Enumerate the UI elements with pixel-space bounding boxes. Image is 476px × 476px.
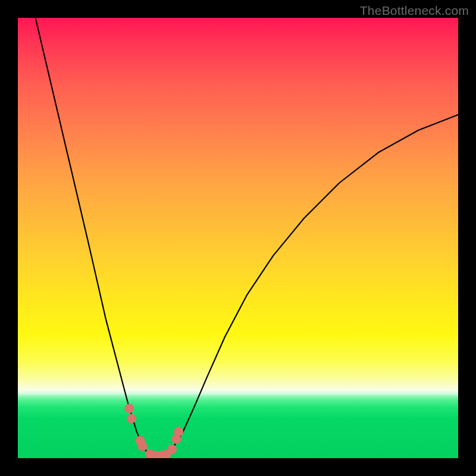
plot-area (18, 18, 458, 458)
highlight-dot (124, 403, 134, 413)
watermark-text: TheBottleneck.com (360, 4, 469, 18)
highlight-dot (137, 441, 147, 451)
highlight-dot (127, 414, 136, 423)
highlight-dots (124, 403, 183, 458)
chart-frame: TheBottleneck.com (0, 0, 476, 476)
highlight-dot (174, 427, 183, 437)
highlight-dot (167, 444, 177, 454)
curve-layer (18, 18, 458, 458)
bottleneck-curve (36, 18, 458, 458)
